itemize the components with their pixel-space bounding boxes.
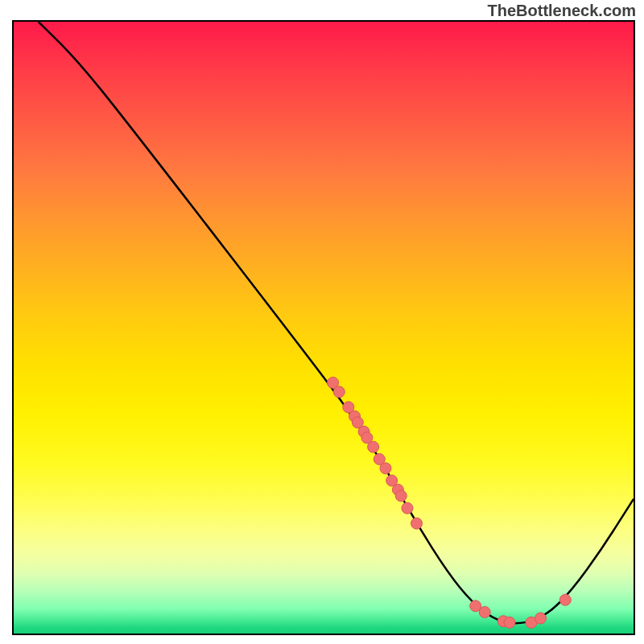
data-point xyxy=(380,463,391,474)
data-point xyxy=(411,518,423,529)
data-point xyxy=(395,490,407,502)
data-point xyxy=(333,386,345,398)
plot-area xyxy=(12,20,635,635)
data-point xyxy=(402,502,413,514)
data-point xyxy=(559,594,571,605)
chart-svg xyxy=(14,22,634,634)
scatter-points xyxy=(328,377,572,628)
chart-container: TheBottleneck.com xyxy=(0,0,644,644)
bottleneck-curve xyxy=(39,22,634,623)
data-point xyxy=(535,613,547,624)
data-point xyxy=(504,617,515,628)
watermark-text: TheBottleneck.com xyxy=(488,2,636,20)
data-point xyxy=(368,441,379,452)
data-point xyxy=(479,606,490,617)
